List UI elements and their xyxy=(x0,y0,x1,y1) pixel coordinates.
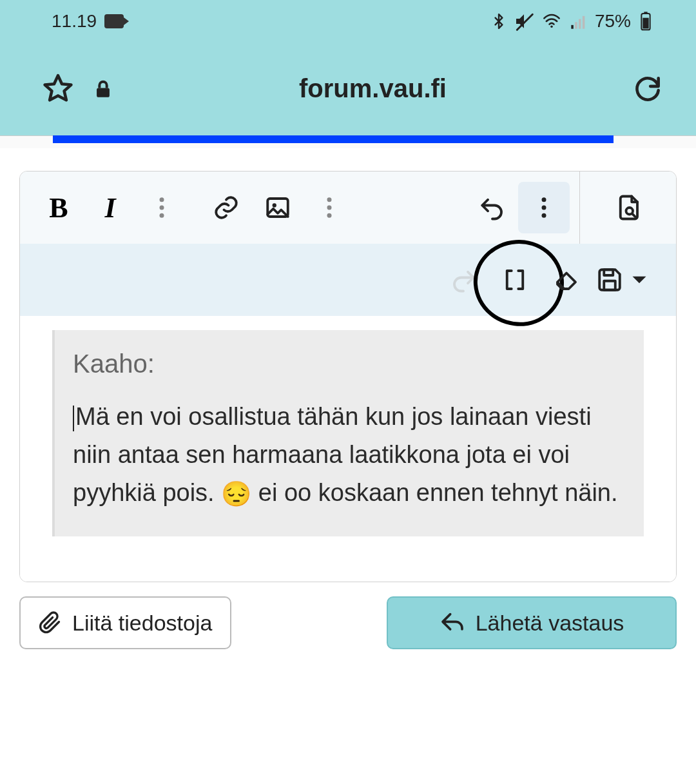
sad-emoji-icon: 😔 xyxy=(221,475,251,513)
browser-header: forum.vau.fi xyxy=(0,42,696,135)
attach-label: Liitä tiedostoja xyxy=(72,611,212,636)
dots-vertical-icon xyxy=(316,194,343,221)
battery-icon xyxy=(637,11,654,32)
editor-container: B I xyxy=(19,171,677,582)
dots-vertical-icon xyxy=(530,194,557,221)
image-button[interactable] xyxy=(252,182,304,233)
text-cursor xyxy=(73,406,74,431)
quote-text-part2: ei oo koskaan ennen tehnyt näin. xyxy=(251,479,617,506)
svg-rect-5 xyxy=(583,15,585,28)
clear-format-button[interactable] xyxy=(541,254,592,306)
link-button[interactable] xyxy=(200,182,252,233)
status-left: 11.19 xyxy=(52,11,124,32)
dots-vertical-icon xyxy=(148,194,175,221)
status-right: 75% xyxy=(490,11,654,32)
url-display[interactable]: forum.vau.fi xyxy=(132,74,614,103)
clock-text: 11.19 xyxy=(52,11,97,32)
svg-point-10 xyxy=(160,197,164,202)
svg-rect-22 xyxy=(604,270,613,275)
svg-rect-3 xyxy=(575,22,577,28)
wifi-icon xyxy=(541,12,563,30)
more-insert-options-button[interactable] xyxy=(304,182,355,233)
quote-body-text: Mä en voi osallistua tähän kun jos laina… xyxy=(73,398,626,513)
editor-toolbar-secondary xyxy=(20,244,676,316)
battery-percentage: 75% xyxy=(595,11,631,32)
svg-point-1 xyxy=(550,25,553,28)
svg-point-11 xyxy=(160,206,164,210)
save-disk-icon xyxy=(596,266,623,293)
svg-rect-7 xyxy=(643,17,648,28)
video-recording-icon xyxy=(104,14,124,28)
quote-block[interactable]: Kaaho: Mä en voi osallistua tähän kun jo… xyxy=(52,330,644,536)
toggle-bbcode-button[interactable] xyxy=(489,254,541,306)
undo-button[interactable] xyxy=(467,182,518,233)
italic-button[interactable]: I xyxy=(84,182,136,233)
submit-label: Lähetä vastaus xyxy=(476,611,624,636)
star-bookmark-icon[interactable] xyxy=(42,73,74,105)
quote-author-label: Kaaho: xyxy=(73,349,626,378)
svg-point-17 xyxy=(327,213,332,218)
page-divider xyxy=(0,135,696,148)
svg-rect-4 xyxy=(579,19,581,28)
reply-arrow-icon xyxy=(440,610,465,636)
svg-rect-2 xyxy=(571,24,574,28)
cell-signal-icon xyxy=(569,12,588,30)
paperclip-icon xyxy=(39,611,62,634)
image-icon xyxy=(264,194,291,221)
svg-rect-23 xyxy=(604,281,615,290)
muted-volume-icon xyxy=(514,11,534,32)
editor-content-area[interactable]: Kaaho: Mä en voi osallistua tähän kun jo… xyxy=(20,316,676,582)
undo-icon xyxy=(479,194,506,221)
svg-point-16 xyxy=(327,206,332,210)
loading-progress-bar xyxy=(53,135,614,143)
svg-rect-8 xyxy=(644,12,647,14)
svg-rect-9 xyxy=(97,88,110,97)
editor-toolbar-primary: B I xyxy=(20,172,676,244)
preview-document-icon xyxy=(615,194,642,221)
svg-point-18 xyxy=(542,197,546,202)
android-status-bar: 11.19 75% xyxy=(0,0,696,42)
link-icon xyxy=(213,194,240,221)
draft-save-button[interactable] xyxy=(592,254,657,306)
svg-point-20 xyxy=(542,213,546,218)
redo-icon xyxy=(450,266,477,293)
lock-icon xyxy=(92,76,114,102)
bluetooth-icon xyxy=(490,11,507,32)
reload-icon[interactable] xyxy=(632,73,664,105)
more-text-options-button[interactable] xyxy=(136,182,188,233)
eraser-icon xyxy=(553,266,580,293)
bold-button[interactable]: B xyxy=(33,182,84,233)
svg-point-19 xyxy=(542,206,546,210)
attach-files-button[interactable]: Liitä tiedostoja xyxy=(19,596,231,649)
more-history-options-button[interactable] xyxy=(518,182,570,233)
brackets-icon xyxy=(501,266,528,293)
preview-button[interactable] xyxy=(603,182,654,233)
svg-point-15 xyxy=(327,197,332,202)
action-row: Liitä tiedostoja Lähetä vastaus xyxy=(0,582,696,649)
svg-point-12 xyxy=(160,213,164,218)
submit-reply-button[interactable]: Lähetä vastaus xyxy=(387,596,677,649)
svg-point-14 xyxy=(273,203,276,207)
caret-down-icon xyxy=(626,266,653,293)
